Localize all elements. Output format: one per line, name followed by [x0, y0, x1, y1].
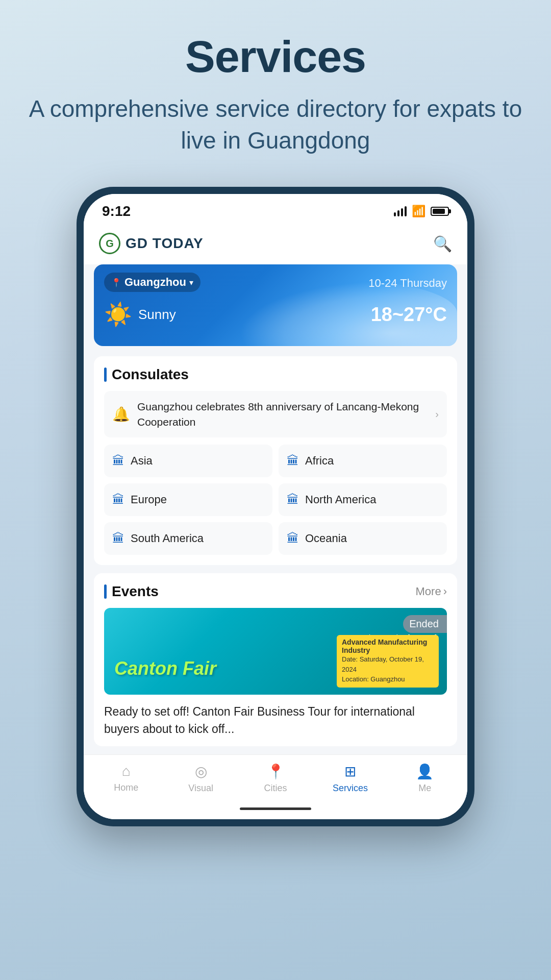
bottom-navigation: ⌂ Home ◎ Visual 📍 Cities ⊞ Services 👤 Me: [84, 754, 467, 798]
visual-icon: ◎: [195, 763, 207, 780]
search-icon: 🔍: [433, 235, 452, 252]
phone-frame: 9:12 📶 G GD TODAY: [77, 187, 474, 826]
event-description: Ready to set off! Canton Fair Business T…: [104, 703, 447, 746]
more-arrow-icon: ›: [443, 585, 447, 598]
location-pin-icon: 📍: [111, 278, 121, 287]
consulates-title: Consulates: [112, 366, 189, 383]
location-selector[interactable]: 📍 Guangzhou ▾: [104, 273, 201, 292]
event-info-date: Date: Saturday, October 19, 2024: [342, 654, 434, 674]
building-icon: 🏛: [287, 493, 299, 507]
building-icon: 🏛: [287, 531, 299, 546]
home-icon: ⌂: [122, 763, 131, 779]
arrow-right-icon: ›: [435, 408, 439, 420]
region-oceania-button[interactable]: 🏛 Oceania: [279, 522, 447, 555]
notification-text: Guangzhou celebrates 8th anniversary of …: [137, 399, 428, 429]
phone-screen: 9:12 📶 G GD TODAY: [84, 194, 467, 819]
home-label: Home: [114, 782, 138, 793]
me-icon: 👤: [416, 763, 434, 780]
services-label: Services: [333, 783, 368, 794]
canton-fair-title: Canton Fair: [114, 658, 216, 679]
status-icons: 📶: [394, 205, 449, 218]
event-info-location: Location: Guangzhou: [342, 674, 434, 684]
ended-badge: Ended: [403, 615, 447, 633]
region-africa-button[interactable]: 🏛 Africa: [279, 445, 447, 477]
events-title: Events: [112, 583, 159, 600]
home-indicator: [84, 798, 467, 819]
nav-home[interactable]: ⌂ Home: [89, 763, 163, 793]
home-indicator-bar: [240, 807, 311, 810]
building-icon: 🏛: [112, 493, 124, 507]
wifi-icon: 📶: [412, 205, 425, 218]
event-info-title: Advanced Manufacturing Industry: [342, 638, 434, 654]
bell-icon: 🔔: [112, 406, 130, 423]
status-time: 9:12: [102, 203, 131, 219]
weather-condition: ☀️ Sunny: [104, 301, 176, 328]
region-africa-label: Africa: [305, 454, 334, 468]
logo-area: G GD TODAY: [99, 233, 204, 254]
region-south-america-label: South America: [131, 532, 204, 545]
building-icon: 🏛: [287, 454, 299, 468]
event-info-box: Advanced Manufacturing Industry Date: Sa…: [337, 635, 439, 688]
nav-visual[interactable]: ◎ Visual: [163, 763, 238, 794]
weather-card[interactable]: 📍 Guangzhou ▾ 10-24 Thursday ☀️ Sunny 18…: [94, 264, 457, 346]
weather-date: 10-24 Thursday: [368, 273, 447, 292]
section-title: Consulates: [104, 366, 189, 383]
cities-label: Cities: [264, 783, 287, 794]
events-accent: [104, 584, 107, 599]
events-more-button[interactable]: More ›: [416, 585, 447, 598]
status-bar: 9:12 📶: [84, 194, 467, 225]
battery-icon: [431, 207, 449, 216]
canton-fair-card[interactable]: Ended First Session [Route 1]: Canton Fa…: [104, 608, 447, 695]
building-icon: 🏛: [112, 531, 124, 546]
consulate-notification[interactable]: 🔔 Guangzhou celebrates 8th anniversary o…: [104, 391, 447, 437]
region-north-america-label: North America: [305, 493, 376, 506]
section-accent: [104, 368, 107, 382]
region-oceania-label: Oceania: [305, 532, 347, 545]
building-icon: 🏛: [112, 454, 124, 468]
signal-icon: [394, 206, 407, 216]
search-button[interactable]: 🔍: [433, 235, 452, 253]
dropdown-arrow-icon: ▾: [189, 278, 193, 287]
visual-label: Visual: [188, 783, 213, 794]
nav-services[interactable]: ⊞ Services: [313, 763, 387, 794]
region-asia-button[interactable]: 🏛 Asia: [104, 445, 272, 477]
app-header: G GD TODAY 🔍: [84, 225, 467, 264]
sun-icon: ☀️: [104, 301, 132, 328]
events-title-area: Events: [104, 583, 159, 600]
nav-me[interactable]: 👤 Me: [388, 763, 462, 794]
me-label: Me: [418, 783, 431, 794]
app-name: GD TODAY: [126, 235, 204, 252]
services-icon: ⊞: [344, 763, 356, 780]
region-europe-label: Europe: [131, 493, 167, 506]
consulates-section: Consulates 🔔 Guangzhou celebrates 8th an…: [94, 356, 457, 565]
logo-letter: G: [106, 238, 114, 250]
section-header: Consulates: [104, 366, 447, 383]
cities-icon: 📍: [267, 763, 285, 780]
logo-icon: G: [99, 233, 120, 254]
region-asia-label: Asia: [131, 454, 153, 468]
events-section-header: Events More ›: [104, 583, 447, 600]
nav-cities[interactable]: 📍 Cities: [238, 763, 313, 794]
page-title: Services: [185, 31, 366, 83]
condition-text: Sunny: [138, 307, 176, 323]
location-name: Guangzhou: [124, 276, 186, 289]
region-grid: 🏛 Asia 🏛 Africa 🏛 Europe 🏛 North America…: [104, 445, 447, 555]
region-north-america-button[interactable]: 🏛 North America: [279, 483, 447, 516]
page-subtitle: A comprehensive service directory for ex…: [20, 93, 531, 156]
region-south-america-button[interactable]: 🏛 South America: [104, 522, 272, 555]
events-section: Events More › Ended First Session [Route…: [94, 573, 457, 746]
region-europe-button[interactable]: 🏛 Europe: [104, 483, 272, 516]
more-label: More: [416, 585, 441, 598]
